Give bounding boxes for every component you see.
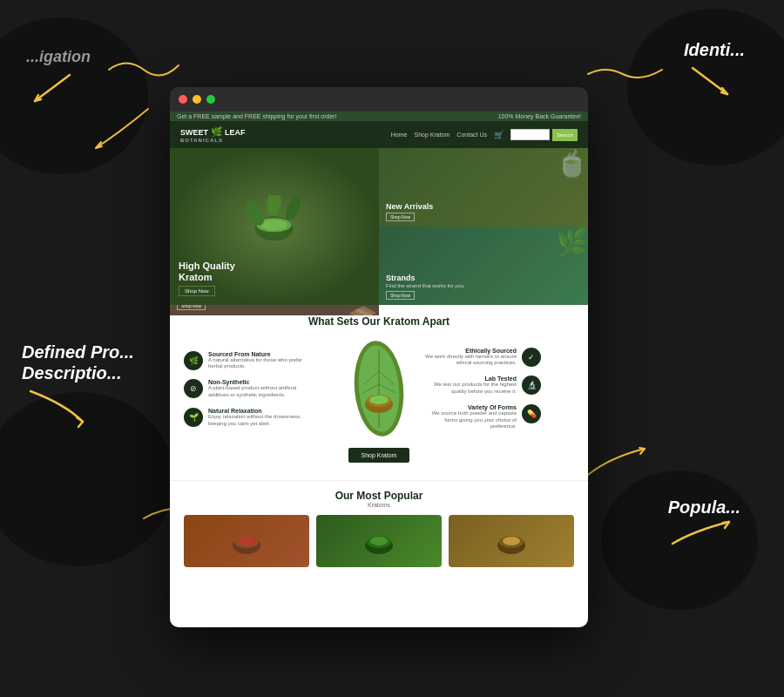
- svg-point-4: [282, 196, 302, 223]
- popular-subtitle: Kratoms: [184, 502, 574, 508]
- feature-item-ethical: Ethically Sourced We work directly with …: [421, 348, 574, 368]
- svg-point-2: [261, 220, 287, 231]
- features-grid: 🌿 Sourced From Nature A natural alternat…: [184, 336, 574, 441]
- labtested-title: Lab Tested: [421, 376, 517, 382]
- nav-home[interactable]: Home: [391, 132, 408, 138]
- svg-point-21: [370, 537, 388, 545]
- popular-item-1[interactable]: [184, 515, 309, 567]
- strands-deco: 🌿: [556, 227, 588, 257]
- strands-desc: Find the strand that works for you.: [386, 283, 581, 288]
- nonsynthetic-desc: A plant-based product without artificial…: [208, 385, 304, 399]
- hero-strands-cell: 🌿 Strands Find the strand that works for…: [379, 227, 588, 305]
- browser-window: Get a FREE sample and FREE shipping for …: [170, 87, 588, 627]
- new-arrivals-deco: 🍵: [556, 148, 588, 179]
- search-button[interactable]: Search: [552, 129, 578, 141]
- popular-item-2[interactable]: [316, 515, 442, 567]
- hero-main-cell: High Quality Kratom Shop Now: [170, 148, 379, 305]
- sourced-icon: 🌿: [184, 351, 203, 370]
- svg-point-5: [266, 196, 282, 217]
- relaxation-title: Natural Relaxation: [208, 408, 304, 414]
- popular-img-3: [449, 515, 574, 567]
- bowl-icon-3: [494, 526, 529, 557]
- strands-cta[interactable]: Shop Now: [386, 291, 415, 300]
- hero-main-cta[interactable]: Shop Now: [179, 286, 215, 296]
- ethical-title: Ethically Sourced: [421, 348, 517, 354]
- nav-shop-kratom[interactable]: Shop Kratom: [415, 132, 450, 138]
- features-title: What Sets Our Kratom Apart: [184, 315, 574, 328]
- hero-main-title-2: Kratom: [179, 272, 235, 283]
- popular-img-1: [184, 515, 309, 567]
- nav-links: Home Shop Kratom Contact Us 🛒 Search: [391, 129, 578, 141]
- annotation-navigation: ...igation: [26, 48, 91, 111]
- sourced-text: Sourced From Nature A natural alternativ…: [208, 351, 304, 371]
- browser-maximize-button[interactable]: [206, 95, 215, 104]
- search-input[interactable]: [510, 129, 550, 140]
- hero-grid: High Quality Kratom Shop Now 🍵 New Arriv…: [170, 148, 588, 305]
- popular-item-3[interactable]: [449, 515, 574, 567]
- strands-title: Strands: [386, 274, 581, 282]
- logo-tagline: BOTANICALS: [180, 138, 246, 144]
- features-right: Ethically Sourced We work directly with …: [421, 348, 574, 431]
- shop-kratom-button[interactable]: Shop Kratom: [348, 448, 410, 463]
- new-arrivals-cta[interactable]: Shop Now: [386, 213, 415, 221]
- logo-text-sweet: SWEET: [180, 128, 208, 137]
- feature-item-nonsynthetic: ⊘ Non-Synthetic A plant-based product wi…: [184, 379, 337, 399]
- website-content: Get a FREE sample and FREE shipping for …: [170, 112, 588, 627]
- feature-item-variety: Variety Of Forms We source both powder a…: [421, 404, 574, 430]
- relaxation-desc: Enjoy relaxation without the drowsiness,…: [208, 414, 304, 428]
- annotation-product-description: Defined Pro... Descriptio...: [22, 342, 134, 436]
- nav-search: Search: [510, 129, 578, 141]
- relaxation-icon: 🌱: [184, 408, 203, 427]
- popular-grid: [184, 515, 574, 567]
- leaf-svg: [347, 336, 412, 441]
- top-bar-left: Get a FREE sample and FREE shipping for …: [177, 113, 337, 119]
- bowl-icon-1: [229, 526, 264, 557]
- ethical-desc: We work directly with farmers to ensure …: [421, 354, 517, 368]
- feature-item-labtested: Lab Tested We test our products for the …: [421, 376, 574, 396]
- feature-item-relaxation: 🌱 Natural Relaxation Enjoy relaxation wi…: [184, 408, 337, 428]
- feature-item-sourced: 🌿 Sourced From Nature A natural alternat…: [184, 351, 337, 371]
- labtested-icon: 🔬: [522, 376, 541, 395]
- strands-text: Strands Find the strand that works for y…: [386, 274, 581, 300]
- new-arrivals-title: New Arrivals: [386, 202, 581, 211]
- variety-icon: 💊: [522, 404, 541, 423]
- nav-contact[interactable]: Contact Us: [456, 132, 487, 138]
- sourced-desc: A natural alternative for those who pref…: [208, 357, 304, 371]
- logo-leaf-icon: 🌿: [211, 126, 223, 137]
- sourced-title: Sourced From Nature: [208, 351, 304, 357]
- hero-new-arrivals-cell: 🍵 New Arrivals Shop Now: [379, 148, 588, 227]
- logo-text-leaf: LEAF: [225, 128, 246, 137]
- labtested-desc: We test our products for the highest qua…: [421, 382, 517, 396]
- svg-point-24: [503, 537, 520, 545]
- popular-img-2: [316, 515, 442, 567]
- features-section: What Sets Our Kratom Apart 🌿 Sourced Fro…: [170, 305, 588, 480]
- hero-wholesale-cell: 📦 Wholesale Shipments Fill your store in…: [170, 305, 379, 315]
- browser-close-button[interactable]: [179, 95, 187, 104]
- nonsynthetic-icon: ⊘: [184, 379, 203, 398]
- ethical-icon: ✓: [522, 348, 541, 367]
- kratom-bowl-illustration: [247, 196, 303, 253]
- popular-section: Our Most Popular Kratoms: [170, 480, 588, 576]
- nonsynthetic-title: Non-Synthetic: [208, 379, 304, 385]
- svg-point-15: [369, 396, 389, 404]
- popular-title: Our Most Popular: [184, 490, 574, 502]
- hero-main-title-1: High Quality: [179, 261, 235, 272]
- nonsynthetic-text: Non-Synthetic A plant-based product with…: [208, 379, 304, 399]
- cart-icon[interactable]: 🛒: [494, 131, 504, 139]
- svg-point-18: [238, 537, 255, 545]
- new-arrivals-text: New Arrivals Shop Now: [386, 202, 581, 221]
- logo: SWEET 🌿 LEAF BOTANICALS: [180, 126, 246, 143]
- browser-minimize-button[interactable]: [193, 95, 201, 104]
- variety-text: Variety Of Forms We source both powder a…: [421, 404, 517, 430]
- wholesale-cta[interactable]: Shop Now: [177, 305, 206, 310]
- hero-main-text: High Quality Kratom Shop Now: [179, 261, 235, 296]
- ethical-text: Ethically Sourced We work directly with …: [421, 348, 517, 368]
- browser-chrome: [170, 87, 588, 112]
- features-left: 🌿 Sourced From Nature A natural alternat…: [184, 351, 337, 428]
- annotation-identity: Identi...: [684, 39, 745, 104]
- navigation: SWEET 🌿 LEAF BOTANICALS Home Shop Kratom…: [170, 121, 588, 148]
- annotation-popular: Popula...: [668, 497, 740, 558]
- relaxation-text: Natural Relaxation Enjoy relaxation with…: [208, 408, 304, 428]
- top-bar-right: 100% Money Back Guarantee!: [498, 113, 581, 119]
- wholesale-text: Wholesale Shipments Fill your store inve…: [177, 305, 372, 310]
